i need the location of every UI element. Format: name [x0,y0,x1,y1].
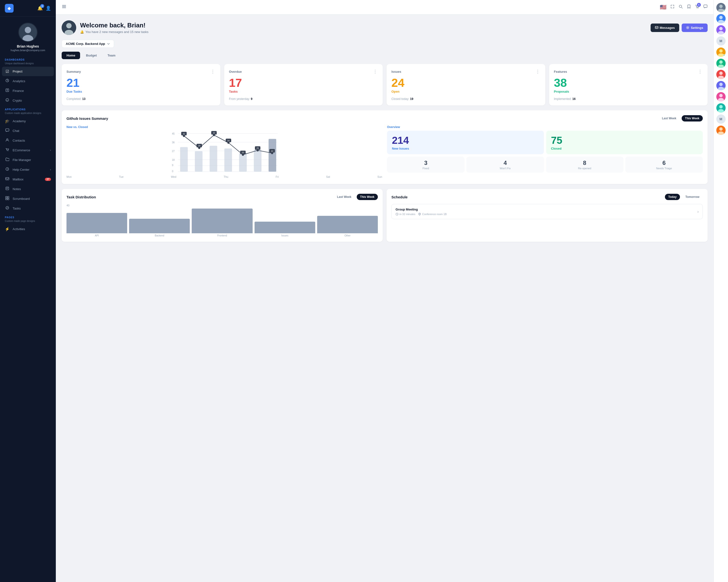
search-icon[interactable] [678,4,683,10]
right-avatar-7[interactable] [717,81,726,90]
svg-point-90 [719,83,723,86]
github-last-week-btn[interactable]: Last Week [658,115,680,121]
notification-icon[interactable]: 🔔 3 [37,6,43,11]
issues-label: Open [391,90,540,93]
features-menu-icon[interactable]: ⋮ [698,69,703,74]
github-week-actions: Last Week This Week [658,115,703,121]
svg-text:27: 27 [172,150,175,153]
content-area: Welcome back, Brian! 🔔 You have 2 new me… [56,15,713,582]
summary-title: Summary [67,70,81,74]
sidebar-item-chat[interactable]: Chat [0,126,56,136]
avatar-dot-7 [723,88,725,90]
right-avatar-3[interactable] [717,25,726,34]
svg-point-72 [719,5,723,8]
applications-section: APPLICATIONS Custom made application des… [0,105,56,213]
right-avatar-8[interactable] [717,92,726,101]
chart-day-mon: Mon [67,175,72,178]
schedule-meta: in 32 minutes Conference room 1B [395,213,447,216]
schedule-item-title: Group Meeting [395,207,447,211]
overdue-title: Overdue [229,70,242,74]
svg-rect-7 [6,129,9,131]
svg-rect-44 [225,148,232,172]
sidebar-item-notes[interactable]: Notes [0,184,56,194]
notes-icon [5,187,10,191]
svg-rect-23 [704,5,707,7]
sidebar-item-project[interactable]: ☑ Project [2,67,54,76]
overdue-label: Tasks [229,90,378,93]
helpcenter-chevron-icon: › [50,168,51,171]
sidebar-item-scrumboard[interactable]: Scrumboard [0,194,56,203]
github-inner: New vs. Closed 45 36 27 18 9 0 [67,126,703,179]
right-avatar-placeholder-1[interactable]: M [717,36,726,46]
svg-point-87 [719,72,723,75]
new-issues-card: 214 New Issues [387,131,544,154]
welcome-section: Welcome back, Brian! 🔔 You have 2 new me… [62,20,708,35]
flag-icon[interactable]: 🇺🇸 [660,4,666,10]
sidebar-item-crypto[interactable]: $ Crypto [0,95,56,105]
fullscreen-icon[interactable] [670,4,675,10]
task-dist-last-week-btn[interactable]: Last Week [334,194,355,200]
schedule-time: in 32 minutes [395,213,415,216]
fixed-number: 3 [390,160,462,166]
tab-budget[interactable]: Budget [81,52,102,59]
sidebar-item-ecommerce-label: ECommerce [12,148,30,152]
svg-text:43: 43 [213,132,215,134]
github-this-week-btn[interactable]: This Week [682,115,703,121]
sidebar-item-tasks-label: Tasks [12,206,21,210]
right-avatar-1[interactable] [717,3,726,12]
avatar-dot-2 [723,21,725,23]
task-dist-this-week-btn[interactable]: This Week [357,194,378,200]
svg-text:20: 20 [242,151,244,154]
clock-icon [395,213,398,216]
user-circle-icon[interactable]: 👤 [46,6,51,11]
sidebar-item-activities[interactable]: ⚡ Activities [0,224,56,234]
sidebar-item-academy[interactable]: 🎓 Academy [0,116,56,126]
welcome-title: Welcome back, Brian! [80,22,149,29]
app-logo[interactable]: ◆ [5,4,14,12]
applications-label: APPLICATIONS [0,105,56,112]
right-avatar-9[interactable] [717,103,726,113]
sidebar-item-filemanager[interactable]: File Manager [0,155,56,165]
summary-menu-icon[interactable]: ⋮ [211,69,215,74]
bar-issues-label: Issues [281,234,288,237]
project-selector[interactable]: ACME Corp. Backend App [62,40,114,48]
task-dist-title: Task Distribution [67,195,96,199]
dropdown-chevron-icon [107,43,110,45]
svg-point-28 [687,27,688,28]
sidebar-header: ◆ 🔔 3 👤 [0,0,56,17]
issues-menu-icon[interactable]: ⋮ [536,69,540,74]
sidebar-item-scrumboard-label: Scrumboard [12,197,30,200]
tab-team[interactable]: Team [103,52,120,59]
overdue-menu-icon[interactable]: ⋮ [373,69,378,74]
cart-icon[interactable]: 5 [695,4,699,10]
schedule-item-arrow[interactable]: › [697,210,699,214]
right-avatar-6[interactable] [717,70,726,79]
hamburger-menu-icon[interactable] [62,4,67,10]
right-avatar-10[interactable] [717,126,726,135]
sidebar-item-mailbox[interactable]: Mailbox 27 [0,174,56,184]
sidebar-item-ecommerce[interactable]: ECommerce › [0,145,56,155]
right-avatar-5[interactable] [717,59,726,68]
schedule-today-btn[interactable]: Today [665,194,680,200]
chart-days: Mon Tue Wed Thu Fri Sat Sun [67,174,382,179]
tab-home[interactable]: Home [62,52,80,59]
sidebar-item-analytics[interactable]: Analytics [0,76,56,86]
right-avatar-placeholder-2[interactable]: M [717,114,726,124]
right-avatar-2[interactable] [717,14,726,23]
sidebar-user-avatar[interactable] [18,23,37,42]
features-label: Proposals [554,90,703,93]
right-avatar-4[interactable] [717,48,726,57]
sidebar-item-tasks[interactable]: Tasks [0,203,56,213]
topbar-chat-icon[interactable] [703,4,708,10]
svg-point-93 [719,94,723,97]
settings-button[interactable]: Settings [682,24,708,32]
messages-button[interactable]: Messages [651,24,679,32]
sidebar-item-helpcenter[interactable]: ? Help Center › [0,165,56,174]
sidebar-item-contacts[interactable]: Contacts [0,136,56,145]
svg-rect-18 [7,198,9,200]
sidebar-item-finance[interactable]: Finance [0,86,56,95]
schedule-tomorrow-btn[interactable]: Tomorrow [682,194,703,200]
github-overview-side: Overview 214 New Issues 75 Closed [387,126,703,179]
bookmark-icon[interactable] [687,4,691,10]
bar-frontend-fill [192,209,252,233]
